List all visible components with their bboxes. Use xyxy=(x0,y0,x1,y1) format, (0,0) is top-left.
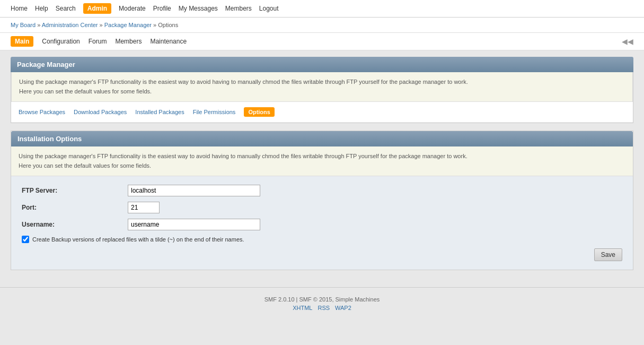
secnav-maintenance[interactable]: Maintenance xyxy=(150,38,187,45)
tab-download-packages[interactable]: Download Packages xyxy=(74,109,127,115)
footer-rss[interactable]: RSS xyxy=(317,305,330,311)
breadcrumb-packagemanager[interactable]: Package Manager xyxy=(104,22,152,28)
secnav-forum[interactable]: Forum xyxy=(89,38,107,45)
nav-home[interactable]: Home xyxy=(11,5,28,12)
breadcrumb: My Board » Administration Center » Packa… xyxy=(0,18,644,33)
secnav-members[interactable]: Members xyxy=(115,38,142,45)
footer-xhtml[interactable]: XHTML xyxy=(293,305,312,311)
package-manager-header: Package Manager xyxy=(11,57,633,72)
tab-installed-packages[interactable]: Installed Packages xyxy=(135,109,184,115)
package-manager-tabs: Browse Packages Download Packages Instal… xyxy=(11,102,633,123)
secondary-navigation: Main Configuration Forum Members Mainten… xyxy=(0,33,644,50)
install-options-form: FTP Server: Port: Username: Create Backu… xyxy=(11,176,633,270)
nav-admin[interactable]: Admin xyxy=(83,3,111,14)
footer-copyright: SMF 2.0.10 | SMF © 2015, Simple Machines xyxy=(0,296,644,303)
install-options-info: Using the package manager's FTP function… xyxy=(11,146,633,176)
secnav-main[interactable]: Main xyxy=(11,36,33,47)
breadcrumb-current: Options xyxy=(158,22,178,28)
tab-file-permissions[interactable]: File Permissions xyxy=(193,109,236,115)
nav-moderate[interactable]: Moderate xyxy=(119,5,146,12)
footer-wap2[interactable]: WAP2 xyxy=(335,305,351,311)
port-input[interactable] xyxy=(128,202,160,213)
username-row: Username: xyxy=(22,219,622,230)
ftp-server-row: FTP Server: xyxy=(22,185,622,196)
tab-options[interactable]: Options xyxy=(244,107,275,117)
footer: SMF 2.0.10 | SMF © 2015, Simple Machines… xyxy=(0,287,644,316)
breadcrumb-admincenter[interactable]: Administration Center xyxy=(42,22,98,28)
username-label: Username: xyxy=(22,221,128,228)
nav-help[interactable]: Help xyxy=(35,5,48,12)
installation-options-section: Installation Options Using the package m… xyxy=(11,131,633,270)
secnav-configuration[interactable]: Configuration xyxy=(42,38,80,45)
nav-arrows[interactable]: ◀◀ xyxy=(622,37,633,46)
nav-search[interactable]: Search xyxy=(56,5,76,12)
install-options-header: Installation Options xyxy=(11,131,633,146)
nav-mymessages[interactable]: My Messages xyxy=(179,5,218,12)
save-button[interactable]: Save xyxy=(594,248,622,261)
backup-checkbox[interactable] xyxy=(22,236,29,243)
port-label: Port: xyxy=(22,204,128,211)
nav-logout[interactable]: Logout xyxy=(259,5,279,12)
backup-checkbox-row: Create Backup versions of replaced files… xyxy=(22,236,622,243)
ftp-server-label: FTP Server: xyxy=(22,187,128,194)
nav-members[interactable]: Members xyxy=(225,5,252,12)
main-content: Package Manager Using the package manage… xyxy=(0,50,644,277)
ftp-server-input[interactable] xyxy=(128,185,260,196)
breadcrumb-myboard[interactable]: My Board xyxy=(11,22,36,28)
nav-profile[interactable]: Profile xyxy=(153,5,171,12)
package-manager-info: Using the package manager's FTP function… xyxy=(11,72,633,102)
username-input[interactable] xyxy=(128,219,260,230)
top-navigation: Home Help Search Admin Moderate Profile … xyxy=(0,0,644,18)
port-row: Port: xyxy=(22,202,622,213)
tab-browse-packages[interactable]: Browse Packages xyxy=(19,109,65,115)
save-row: Save xyxy=(22,248,622,261)
backup-label: Create Backup versions of replaced files… xyxy=(32,236,244,243)
